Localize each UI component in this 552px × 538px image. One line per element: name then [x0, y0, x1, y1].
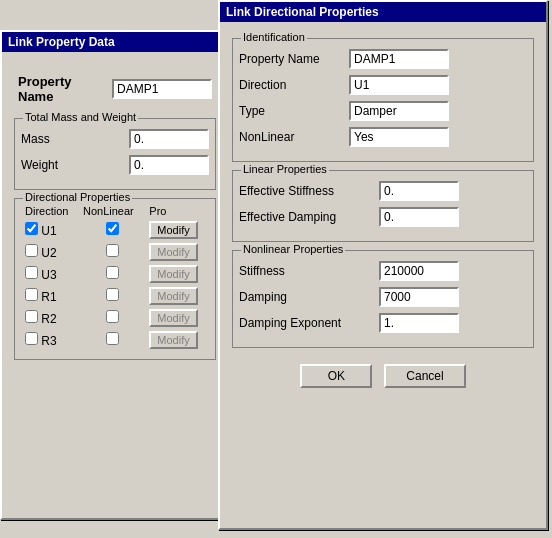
modify-cell: Modify [145, 329, 209, 351]
direction-checkbox[interactable] [25, 244, 38, 257]
total-mass-weight-title: Total Mass and Weight [23, 111, 138, 123]
modify-button[interactable]: Modify [149, 243, 197, 261]
modify-button[interactable]: Modify [149, 287, 197, 305]
property-name-label: Property Name [18, 74, 104, 104]
damping-exponent-label: Damping Exponent [239, 316, 379, 330]
table-row: U2Modify [21, 241, 209, 263]
modify-cell: Modify [145, 219, 209, 241]
left-window: Link Property Data Property Name Total M… [0, 30, 230, 520]
table-row: R2Modify [21, 307, 209, 329]
nonlinear-cell [79, 329, 145, 351]
right-window: Link Directional Properties Identificati… [218, 0, 548, 530]
effective-damping-row: Effective Damping [239, 207, 527, 227]
direction-label: R3 [38, 334, 57, 348]
stiffness-input[interactable] [379, 261, 459, 281]
direction-label: U2 [38, 246, 57, 260]
direction-checkbox[interactable] [25, 288, 38, 301]
direction-checkbox[interactable] [25, 266, 38, 279]
table-row: R3Modify [21, 329, 209, 351]
weight-row: Weight [21, 155, 209, 175]
mass-row: Mass [21, 129, 209, 149]
nonlinear-checkbox[interactable] [106, 332, 119, 345]
direction-checkbox[interactable] [25, 310, 38, 323]
table-row: R1Modify [21, 285, 209, 307]
identification-title: Identification [241, 31, 307, 43]
direction-cell: U3 [21, 263, 79, 285]
nonlinear-cell [79, 285, 145, 307]
direction-checkbox[interactable] [25, 222, 38, 235]
modify-cell: Modify [145, 241, 209, 263]
linear-properties-title: Linear Properties [241, 163, 329, 175]
effective-stiffness-label: Effective Stiffness [239, 184, 379, 198]
damping-exponent-input[interactable] [379, 313, 459, 333]
damping-label: Damping [239, 290, 379, 304]
id-type-label: Type [239, 104, 349, 118]
total-mass-weight-group: Total Mass and Weight Mass Weight [14, 118, 216, 190]
damping-exponent-row: Damping Exponent [239, 313, 527, 333]
mass-input[interactable] [129, 129, 209, 149]
modify-button[interactable]: Modify [149, 221, 197, 239]
id-nonlinear-input[interactable] [349, 127, 449, 147]
direction-label: U1 [38, 224, 57, 238]
modify-button[interactable]: Modify [149, 309, 197, 327]
modify-cell: Modify [145, 307, 209, 329]
nonlinear-checkbox[interactable] [106, 288, 119, 301]
direction-cell: R1 [21, 285, 79, 307]
col-nonlinear: NonLinear [79, 203, 145, 219]
damping-row: Damping [239, 287, 527, 307]
nonlinear-properties-group: Nonlinear Properties Stiffness Damping D… [232, 250, 534, 348]
effective-stiffness-input[interactable] [379, 181, 459, 201]
effective-stiffness-row: Effective Stiffness [239, 181, 527, 201]
direction-checkbox[interactable] [25, 332, 38, 345]
direction-label: U3 [38, 268, 57, 282]
nonlinear-checkbox[interactable] [106, 266, 119, 279]
cancel-button[interactable]: Cancel [384, 364, 465, 388]
id-nonlinear-label: NonLinear [239, 130, 349, 144]
right-window-title: Link Directional Properties [220, 2, 546, 22]
ok-button[interactable]: OK [300, 364, 372, 388]
col-pro: Pro [145, 203, 209, 219]
direction-cell: U2 [21, 241, 79, 263]
direction-cell: R2 [21, 307, 79, 329]
button-row: OK Cancel [228, 364, 538, 388]
id-direction-row: Direction [239, 75, 527, 95]
property-name-input[interactable] [112, 79, 212, 99]
right-window-title-text: Link Directional Properties [226, 5, 379, 19]
nonlinear-checkbox[interactable] [106, 310, 119, 323]
col-direction: Direction [21, 203, 79, 219]
nonlinear-cell [79, 219, 145, 241]
stiffness-label: Stiffness [239, 264, 379, 278]
weight-input[interactable] [129, 155, 209, 175]
effective-damping-label: Effective Damping [239, 210, 379, 224]
nonlinear-checkbox[interactable] [106, 244, 119, 257]
id-property-name-input[interactable] [349, 49, 449, 69]
linear-properties-group: Linear Properties Effective Stiffness Ef… [232, 170, 534, 242]
mass-label: Mass [21, 132, 129, 146]
modify-button[interactable]: Modify [149, 265, 197, 283]
nonlinear-cell [79, 307, 145, 329]
id-direction-label: Direction [239, 78, 349, 92]
directional-properties-title: Directional Properties [23, 191, 132, 203]
nonlinear-properties-title: Nonlinear Properties [241, 243, 345, 255]
damping-input[interactable] [379, 287, 459, 307]
directional-table: Direction NonLinear Pro U1Modify U2Modif… [21, 203, 209, 351]
id-property-name-row: Property Name [239, 49, 527, 69]
nonlinear-checkbox[interactable] [106, 222, 119, 235]
left-window-title: Link Property Data [2, 32, 228, 52]
identification-group: Identification Property Name Direction T… [232, 38, 534, 162]
id-direction-input[interactable] [349, 75, 449, 95]
direction-label: R1 [38, 290, 57, 304]
stiffness-row: Stiffness [239, 261, 527, 281]
direction-label: R2 [38, 312, 57, 326]
left-window-title-text: Link Property Data [8, 35, 115, 49]
table-row: U3Modify [21, 263, 209, 285]
modify-button[interactable]: Modify [149, 331, 197, 349]
id-property-name-label: Property Name [239, 52, 349, 66]
id-type-input[interactable] [349, 101, 449, 121]
effective-damping-input[interactable] [379, 207, 459, 227]
id-type-row: Type [239, 101, 527, 121]
weight-label: Weight [21, 158, 129, 172]
property-name-row: Property Name [14, 70, 216, 108]
modify-cell: Modify [145, 263, 209, 285]
table-row: U1Modify [21, 219, 209, 241]
